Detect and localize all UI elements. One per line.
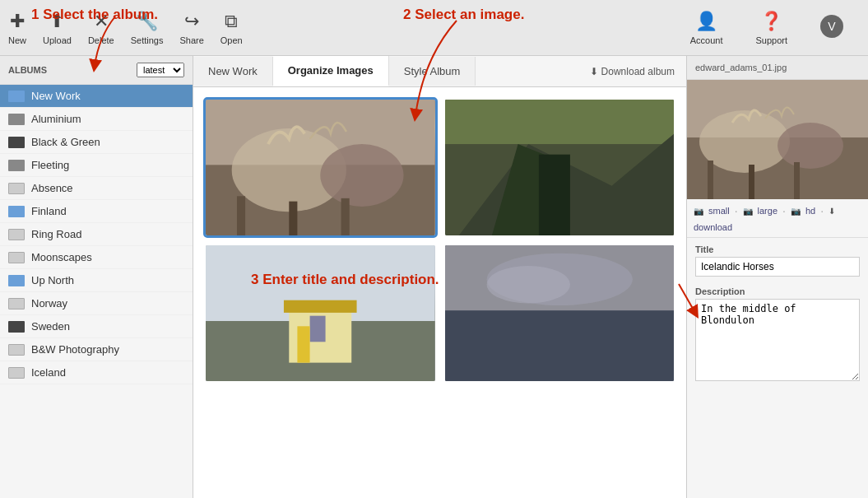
album-item-label: Finland [31, 205, 67, 217]
sidebar-item-finland[interactable]: Finland [0, 200, 193, 223]
sidebar-item-iceland[interactable]: Iceland [0, 361, 193, 384]
sidebar-item-absence[interactable]: Absence [0, 177, 193, 200]
account-button[interactable]: 👤 Account [690, 11, 723, 45]
delete-button[interactable]: ✕ Delete [88, 11, 114, 45]
tab-new-work[interactable]: New Work [193, 57, 273, 86]
tab-style-label: Style Album [404, 65, 461, 77]
tab-organize-label: Organize Images [288, 64, 374, 77]
description-section: Description [687, 283, 868, 390]
download-album-button[interactable]: ⬇ Download album [578, 59, 686, 84]
description-textarea[interactable] [695, 299, 860, 381]
download-icon: ⬇ [829, 207, 835, 216]
sort-select[interactable]: latest oldest name [137, 63, 184, 77]
open-label: Open [220, 35, 243, 45]
sidebar-item-sweden[interactable]: Sweden [0, 315, 193, 338]
upload-button[interactable]: ⬆ Upload [43, 11, 72, 45]
album-thumb [8, 114, 25, 125]
sidebar-item-fleeting[interactable]: Fleeting [0, 154, 193, 177]
sidebar-item-black-green[interactable]: Black & Green [0, 131, 193, 154]
sidebar-item-new-work[interactable]: New Work [0, 85, 193, 108]
svg-point-3 [320, 144, 403, 207]
svg-rect-30 [749, 165, 754, 199]
description-label: Description [695, 286, 860, 296]
image-cell-horses[interactable] [206, 100, 435, 235]
album-thumb [8, 137, 25, 148]
album-item-label: Aluminium [31, 113, 81, 125]
svg-rect-17 [310, 316, 326, 342]
svg-rect-21 [445, 310, 675, 381]
image-cell-sea[interactable] [445, 245, 675, 381]
gas-image [206, 245, 435, 381]
cliff-image [445, 100, 675, 235]
album-item-label: Iceland [31, 366, 66, 379]
album-thumb [8, 183, 25, 194]
preview-filename: edward_adams_01.jpg [687, 56, 868, 80]
sidebar-item-ring-road[interactable]: Ring Road [0, 223, 193, 246]
separator2: · [782, 204, 786, 217]
user-avatar[interactable]: V [820, 15, 843, 41]
upload-label: Upload [43, 35, 72, 45]
image-cell-cliff[interactable] [445, 100, 675, 235]
album-thumb [8, 160, 25, 171]
title-label: Title [695, 244, 860, 254]
share-icon: ↪ [184, 11, 199, 32]
support-button[interactable]: ❓ Support [755, 11, 787, 45]
album-item-label: Absence [31, 182, 73, 194]
separator1: · [735, 204, 738, 217]
album-item-label: Ring Road [31, 228, 81, 240]
svg-rect-18 [297, 326, 309, 362]
svg-point-24 [486, 266, 569, 304]
sidebar-item-moonscapes[interactable]: Moonscapes [0, 246, 193, 269]
album-item-label: B&W Photography [31, 343, 119, 356]
album-thumb [8, 275, 25, 286]
main-layout: ALBUMS latest oldest name New Work Alumi… [0, 56, 868, 498]
image-cell-gas[interactable] [206, 245, 435, 381]
open-icon: ⧉ [225, 11, 238, 32]
album-item-label: New Work [31, 90, 81, 102]
filename-label: edward_adams_01.jpg [695, 63, 787, 72]
small-action[interactable]: small [708, 206, 730, 216]
upload-icon: ⬆ [49, 11, 64, 32]
hd-action[interactable]: hd [805, 206, 815, 216]
sidebar-item-aluminium[interactable]: Aluminium [0, 108, 193, 131]
svg-rect-5 [289, 202, 297, 235]
tab-organize-images[interactable]: Organize Images [273, 56, 389, 86]
sidebar-item-bw-photography[interactable]: B&W Photography [0, 338, 193, 361]
settings-icon: 🔧 [136, 11, 158, 32]
album-list: New Work Aluminium Black & Green Fleetin… [0, 85, 193, 498]
album-thumb [8, 252, 25, 263]
support-icon: ❓ [760, 11, 782, 32]
svg-rect-6 [341, 198, 350, 235]
album-thumb [8, 229, 25, 240]
image-actions: 📷 small · 📷 large · 📷 hd · ⬇ download [687, 199, 868, 238]
account-icon: 👤 [695, 11, 717, 32]
horses-image [206, 100, 435, 235]
settings-button[interactable]: 🔧 Settings [131, 11, 164, 45]
svg-rect-29 [708, 161, 713, 199]
open-button[interactable]: ⧉ Open [220, 11, 243, 45]
size-icon3: 📷 [791, 207, 801, 216]
albums-title: ALBUMS [8, 65, 47, 75]
tabs-bar: New Work Organize Images Style Album ⬇ D… [193, 56, 686, 87]
album-thumb [8, 344, 25, 356]
title-section: Title [687, 238, 868, 283]
album-item-label: Black & Green [31, 136, 100, 148]
album-thumb [8, 298, 25, 310]
sidebar-item-norway[interactable]: Norway [0, 292, 193, 315]
download-action[interactable]: download [694, 222, 732, 232]
size-icon2: 📷 [743, 207, 753, 216]
share-button[interactable]: ↪ Share [179, 11, 203, 45]
content-area: New Work Organize Images Style Album ⬇ D… [193, 56, 687, 498]
download-album-label: ⬇ Download album [590, 66, 675, 77]
large-action[interactable]: large [758, 206, 777, 216]
title-input[interactable] [695, 257, 860, 277]
tab-style-album[interactable]: Style Album [389, 57, 476, 86]
sea-image [445, 245, 675, 381]
new-button[interactable]: ✚ New [8, 11, 26, 45]
new-icon: ✚ [10, 11, 25, 32]
right-panel: edward_adams_01.jpg 📷 small · [687, 56, 868, 498]
album-item-label: Up North [31, 274, 74, 286]
sidebar-item-up-north[interactable]: Up North [0, 269, 193, 292]
delete-icon: ✕ [94, 11, 109, 32]
album-item-label: Fleeting [31, 159, 69, 171]
